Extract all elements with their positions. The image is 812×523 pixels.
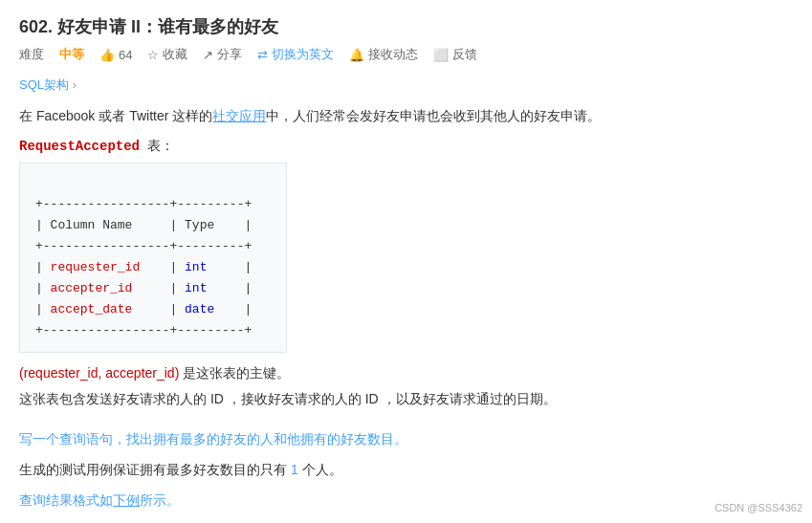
- collect-button[interactable]: ☆ 收藏: [147, 46, 187, 63]
- schema-row-3: | accept_date | date |: [35, 302, 252, 316]
- share-label: 分享: [217, 46, 242, 63]
- star-icon: ☆: [147, 48, 159, 62]
- table-name: RequestAccepted: [19, 139, 140, 154]
- example-link[interactable]: 下例: [113, 492, 140, 508]
- title-row: 602. 好友申请 II：谁有最多的好友: [19, 15, 793, 38]
- difficulty-value: 中等: [59, 46, 84, 63]
- switch-label: 切换为英文: [272, 46, 334, 63]
- table-label: RequestAccepted 表：: [19, 138, 793, 155]
- watermark: CSDN @SSS4362: [714, 502, 802, 513]
- schema-border-mid: +-----------------+---------+: [35, 239, 252, 253]
- schema-border-bot: +-----------------+---------+: [35, 323, 252, 338]
- note-pk: (requester_id, accepter_id) 是这张表的主键。: [19, 362, 793, 385]
- page-title: 602. 好友申请 II：谁有最多的好友: [19, 15, 278, 38]
- share-icon: ↗: [203, 48, 213, 62]
- schema-header: | Column Name | Type |: [35, 218, 252, 232]
- schema-box: +-----------------+---------+ | Column N…: [19, 163, 287, 353]
- guarantee-num: 1: [291, 462, 298, 477]
- bell-icon: 🔔: [349, 48, 364, 62]
- like-button[interactable]: 👍 64: [99, 48, 132, 62]
- feedback-icon: ⬜: [433, 48, 449, 62]
- page-container: 602. 好友申请 II：谁有最多的好友 难度 中等 👍 64 ☆ 收藏 ↗ 分…: [0, 0, 812, 523]
- notify-button[interactable]: 🔔 接收动态: [349, 46, 418, 63]
- social-app-link[interactable]: 社交应用: [212, 108, 266, 123]
- result-section: 查询结果格式如下例所示。: [19, 490, 793, 512]
- pk-text: (requester_id, accepter_id): [19, 365, 179, 381]
- like-count: 64: [119, 48, 132, 62]
- difficulty-label: 难度: [19, 46, 44, 63]
- notify-label: 接收动态: [368, 46, 418, 63]
- share-button[interactable]: ↗ 分享: [203, 46, 242, 63]
- breadcrumb-link[interactable]: SQL架构: [19, 77, 69, 92]
- schema-border-top: +-----------------+---------+: [35, 197, 252, 211]
- note-desc: 这张表包含发送好友请求的人的 ID ，接收好友请求的人的 ID ，以及好友请求通…: [19, 388, 793, 411]
- switch-language-button[interactable]: ⇄ 切换为英文: [257, 46, 334, 63]
- feedback-label: 反馈: [452, 46, 477, 63]
- schema-row-1: | requester_id | int |: [35, 260, 252, 274]
- query-link[interactable]: 查询语句: [59, 431, 113, 447]
- collect-label: 收藏: [163, 46, 187, 63]
- task-section: 写一个查询语句，找出拥有最多的好友的人和他拥有的好友数目。: [19, 428, 793, 451]
- description-section: 在 Facebook 或者 Twitter 这样的社交应用中，人们经常会发好友申…: [19, 105, 793, 128]
- translate-icon: ⇄: [257, 48, 268, 62]
- toolbar-row: 难度 中等 👍 64 ☆ 收藏 ↗ 分享 ⇄ 切换为英文 🔔 接收动态 ⬜ 反馈: [19, 46, 793, 63]
- feedback-button[interactable]: ⬜ 反馈: [433, 46, 477, 63]
- breadcrumb: SQL架构 ›: [19, 76, 793, 94]
- thumbs-up-icon: 👍: [99, 48, 115, 62]
- breadcrumb-chevron: ›: [73, 77, 77, 92]
- guarantee-section: 生成的测试用例保证拥有最多好友数目的只有 1 个人。: [19, 459, 793, 482]
- schema-row-2: | accepter_id | int |: [35, 281, 252, 295]
